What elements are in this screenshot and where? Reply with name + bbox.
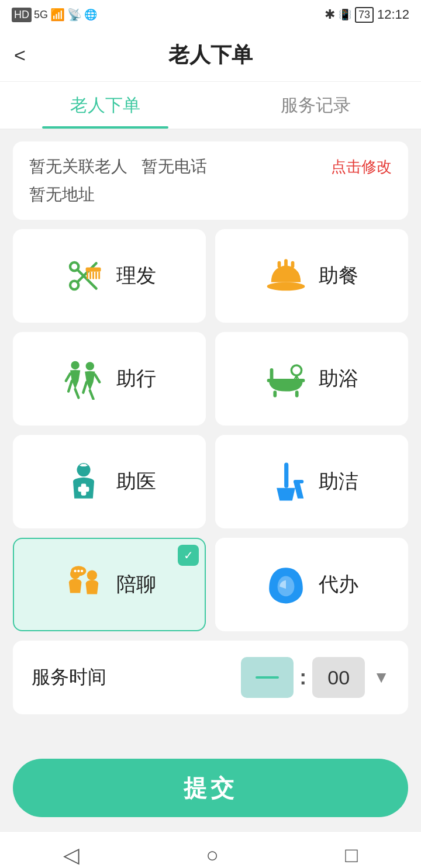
bottom-nav: ◁ ○ □	[0, 831, 421, 868]
svg-rect-9	[98, 272, 100, 279]
svg-line-15	[68, 381, 72, 392]
signal-5g: 5G	[34, 9, 48, 21]
nav-back-button[interactable]: ◁	[63, 843, 80, 867]
svg-rect-7	[92, 272, 94, 279]
time-hour-selector[interactable]	[241, 657, 294, 698]
svg-point-40	[77, 570, 80, 572]
clean-label: 助洁	[319, 468, 358, 495]
svg-rect-28	[273, 390, 277, 397]
svg-rect-13	[291, 261, 295, 268]
info-card: 暂无关联老人 暂无电话 点击修改 暂无地址	[13, 141, 408, 220]
submit-label: 提交	[184, 772, 237, 804]
errand-label: 代办	[319, 571, 358, 598]
selected-check: ✓	[178, 545, 199, 566]
svg-point-42	[87, 570, 97, 580]
svg-point-41	[81, 570, 83, 572]
svg-rect-36	[294, 480, 303, 483]
no-elder-text: 暂无关联老人	[29, 155, 127, 178]
svg-line-20	[90, 390, 94, 399]
clock: 12:12	[377, 7, 409, 22]
bath-label: 助浴	[319, 365, 358, 392]
status-right-icons: ✱ 📳 73 12:12	[325, 7, 409, 23]
haircut-icon	[63, 255, 105, 297]
submit-button[interactable]: 提交	[13, 759, 408, 817]
svg-rect-29	[295, 390, 299, 397]
tab-bar: 老人下单 服务记录	[0, 82, 421, 130]
service-clean[interactable]: 助洁	[215, 435, 408, 528]
service-errand[interactable]: 代办	[215, 538, 408, 631]
svg-line-21	[95, 375, 99, 382]
hour-dash	[256, 676, 279, 679]
tab-record[interactable]: 服务记录	[210, 82, 421, 129]
time-picker[interactable]: : 00 ▼	[241, 657, 389, 698]
signal-bars: 📶	[50, 8, 65, 22]
page-header: < 老人下单	[0, 29, 421, 82]
svg-rect-6	[89, 272, 91, 279]
svg-rect-23	[270, 368, 274, 381]
service-meal[interactable]: 助餐	[215, 229, 408, 323]
info-top-row: 暂无关联老人 暂无电话 点击修改	[29, 155, 392, 178]
info-elder-phone: 暂无关联老人 暂无电话	[29, 155, 207, 178]
service-bath[interactable]: 助浴	[215, 332, 408, 426]
service-grid: 理发 助餐	[13, 229, 408, 631]
tab-order[interactable]: 老人下单	[0, 82, 210, 129]
svg-rect-4	[86, 268, 101, 272]
errand-icon	[265, 563, 307, 606]
medical-icon	[63, 461, 105, 503]
medical-label: 助医	[116, 468, 156, 495]
page-title: 老人下单	[168, 41, 253, 70]
time-colon: :	[299, 665, 306, 690]
clean-icon	[265, 461, 307, 503]
meal-icon	[265, 255, 307, 297]
hd-icon: HD	[12, 8, 32, 22]
svg-line-16	[75, 389, 79, 397]
wifi-icon: 📡	[67, 8, 82, 22]
svg-line-19	[83, 382, 87, 393]
status-left-icons: HD 5G 📶 📡 🌐	[12, 8, 97, 22]
back-button[interactable]: <	[14, 44, 26, 67]
svg-point-18	[86, 362, 94, 370]
svg-rect-11	[278, 261, 281, 268]
time-card: 服务时间 : 00 ▼	[13, 641, 408, 714]
bath-icon	[265, 358, 307, 400]
time-label: 服务时间	[32, 665, 106, 690]
svg-point-24	[291, 365, 301, 375]
walk-icon	[63, 358, 105, 400]
main-content: 暂无关联老人 暂无电话 点击修改 暂无地址	[0, 130, 421, 759]
svg-line-17	[66, 374, 70, 381]
svg-rect-5	[87, 272, 88, 279]
time-dropdown-icon[interactable]: ▼	[373, 668, 389, 687]
service-medical[interactable]: 助医	[13, 435, 206, 528]
svg-rect-34	[80, 465, 88, 466]
chat-icon	[63, 563, 105, 606]
service-walk[interactable]: 助行	[13, 332, 206, 426]
no-address-text: 暂无地址	[29, 184, 392, 206]
service-chat[interactable]: ✓ 陪聊	[13, 538, 206, 631]
nav-recent-button[interactable]: □	[345, 843, 358, 867]
svg-point-10	[267, 282, 305, 291]
chat-label: 陪聊	[116, 571, 156, 598]
spacer	[13, 724, 408, 747]
svg-point-39	[74, 570, 76, 572]
status-bar: HD 5G 📶 📡 🌐 ✱ 📳 73 12:12	[0, 0, 421, 29]
battery-indicator: 73	[355, 7, 374, 23]
service-haircut[interactable]: 理发	[13, 229, 206, 323]
no-phone-text: 暂无电话	[142, 155, 207, 178]
walk-label: 助行	[116, 365, 156, 392]
bluetooth-icon: ✱	[325, 7, 335, 22]
svg-rect-32	[78, 487, 89, 492]
haircut-label: 理发	[116, 262, 156, 289]
meal-label: 助餐	[319, 262, 358, 289]
svg-rect-35	[284, 463, 288, 488]
svg-rect-12	[284, 259, 288, 267]
vibrate-icon: 📳	[339, 8, 351, 21]
network-icon: 🌐	[84, 8, 97, 21]
time-minute-selector[interactable]: 00	[312, 657, 365, 698]
edit-link[interactable]: 点击修改	[331, 157, 392, 177]
svg-point-14	[71, 361, 79, 369]
nav-home-button[interactable]: ○	[206, 843, 219, 867]
svg-rect-8	[95, 272, 97, 279]
